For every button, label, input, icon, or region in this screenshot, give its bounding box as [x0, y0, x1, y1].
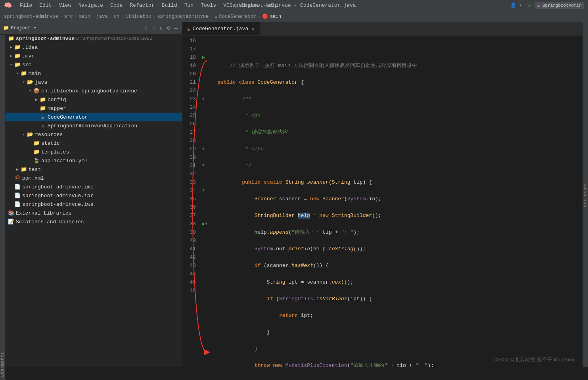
- breadcrumb-codegenerator-label[interactable]: CodeGenerator: [219, 14, 257, 19]
- breadcrumb-src[interactable]: src: [64, 14, 73, 19]
- user-icon[interactable]: 👤 ▾: [510, 2, 522, 8]
- tab-close-btn[interactable]: ✕: [251, 26, 255, 32]
- run-arrow-38[interactable]: ▶: [202, 221, 205, 227]
- springboot-admin-badge: ☕ SpringbootAdmin: [535, 2, 584, 9]
- code-line-30: String ipt = scanner.next();: [217, 278, 582, 286]
- run-arrow-18[interactable]: ▶: [202, 54, 205, 60]
- tree-config[interactable]: ▶ 📁 config: [0, 95, 182, 104]
- breadcrumb-springbootadminvue[interactable]: springbootadminvue: [157, 14, 209, 19]
- gutter-icons: ▶ ▼ ▼ ▼ ▼: [202, 36, 213, 367]
- settings-btn[interactable]: ⚙: [166, 24, 171, 32]
- tree-idea[interactable]: ▶ 📁 .idea: [0, 43, 182, 52]
- tree-mapper[interactable]: 📁 mapper: [0, 104, 182, 113]
- collapsed-arrow-icon: ▶: [33, 96, 40, 103]
- tree-static[interactable]: 📁 static: [0, 139, 182, 148]
- tree-appyml[interactable]: 🍃 application.yml: [0, 156, 182, 165]
- collapsed-arrow-icon: ▶: [8, 44, 14, 50]
- expanded-arrow-icon: ▾: [21, 79, 27, 85]
- code-editor: 16 17 18 19 20 21 22 23 24 25 26 27 28 2…: [182, 36, 582, 367]
- breadcrumb-itbluebox[interactable]: itbluebox: [125, 14, 151, 19]
- menu-build[interactable]: Build: [159, 2, 180, 9]
- structure-label[interactable]: Structure: [583, 182, 588, 207]
- fold-38[interactable]: ▼: [205, 222, 207, 226]
- tree-resources[interactable]: ▾ 📂 resources: [0, 130, 182, 139]
- tree-iml[interactable]: 📄 springboot-adminvue.iml: [0, 182, 182, 191]
- sync-icon[interactable]: ↩: [527, 2, 531, 9]
- tree-codegenerator[interactable]: ☕ CodeGenerator: [0, 113, 182, 121]
- ln-42: 42: [182, 253, 199, 261]
- breadcrumb-main-method-label[interactable]: main: [270, 14, 281, 19]
- menu-file[interactable]: File: [17, 2, 35, 9]
- tree-root[interactable]: ▾ 📁 springboot-adminvue D:\ProgramWorksp…: [0, 34, 182, 43]
- tree-java[interactable]: ▾ 📂 java: [0, 78, 182, 86]
- no-arrow: [33, 123, 40, 129]
- ipr-icon: 📄: [14, 192, 21, 199]
- ln-39: 39: [182, 228, 199, 236]
- tree-scratches[interactable]: ▶ 📝 Scratches and Consoles: [0, 217, 182, 226]
- tree-extlibs[interactable]: ▶ 📚 External Libraries: [0, 209, 182, 217]
- ln-20: 20: [182, 70, 199, 78]
- menu-refactor[interactable]: Refactor: [126, 2, 157, 9]
- menu-navigate[interactable]: Navigate: [75, 2, 106, 9]
- folder-icon: 📁: [14, 61, 21, 68]
- ln-31: 31: [182, 161, 199, 170]
- breadcrumb-main[interactable]: main: [79, 14, 90, 19]
- code-line-17: // 演示例子，执行 main 方法控制台输入模块表名回车自动生成对应项目目录中: [217, 61, 582, 70]
- code-content[interactable]: // 演示例子，执行 main 方法控制台输入模块表名回车自动生成对应项目目录中…: [213, 36, 582, 367]
- ln-36: 36: [182, 203, 199, 211]
- tree-pomxml[interactable]: Ⓜ pom.xml: [0, 174, 182, 182]
- breadcrumb-java[interactable]: java: [96, 14, 108, 19]
- ln-40: 40: [182, 236, 199, 245]
- iml-icon: 📄: [14, 184, 21, 190]
- window-title: springboot-adminvue - CodeGenerator.java: [232, 2, 356, 8]
- tree-templates[interactable]: 📁 templates: [0, 148, 182, 156]
- locate-btn[interactable]: ⊕: [144, 24, 149, 32]
- scratches-icon: 📝: [8, 219, 14, 225]
- code-line-21: * 读取控制台内容: [217, 128, 582, 136]
- menu-edit[interactable]: Edit: [36, 2, 55, 9]
- menu-tools[interactable]: Tools: [197, 2, 219, 9]
- fold-31[interactable]: ▼: [202, 163, 205, 168]
- collapsed-arrow-icon: [27, 140, 33, 146]
- bookmarks-label[interactable]: Bookmarks: [0, 352, 5, 377]
- editor-tab-codegenerator[interactable]: ☕ CodeGenerator.java ✕: [182, 22, 260, 35]
- fold-34[interactable]: ▼: [202, 188, 205, 193]
- folder-icon: 📁: [33, 149, 40, 155]
- fold-29[interactable]: ▼: [202, 147, 205, 151]
- tree-ipr[interactable]: 📄 springboot-adminvue.ipr: [0, 191, 182, 200]
- ln-44: 44: [182, 270, 199, 278]
- breadcrumb-cn[interactable]: cn: [114, 14, 119, 19]
- breadcrumb-main-method[interactable]: 🔴: [262, 13, 268, 19]
- tree-iws[interactable]: 📄 springboot-adminvue.iws: [0, 200, 182, 209]
- ln-32: 32: [182, 170, 199, 178]
- breadcrumb-codegenerator[interactable]: ☕: [215, 13, 217, 19]
- folder-icon: 📁: [21, 166, 27, 173]
- tab-label: CodeGenerator.java: [193, 26, 248, 32]
- fold-23[interactable]: ▼: [202, 97, 205, 101]
- sort-btn[interactable]: ⇅: [159, 24, 164, 32]
- sidebar-title: 📁 Project ▾: [3, 25, 36, 31]
- folder-icon: 📁: [21, 70, 27, 77]
- code-line-18: public class CodeGenerator {: [217, 78, 582, 86]
- menu-run[interactable]: Run: [181, 2, 197, 9]
- ln-35: 35: [182, 195, 199, 203]
- title-bar-controls: 👤 ▾ ↩ ☕ SpringbootAdmin: [510, 2, 584, 9]
- tree-test[interactable]: ▶ 📁 test: [0, 165, 182, 174]
- folder-icon: 📁: [33, 140, 40, 146]
- code-line-24: public static String scanner(String tip)…: [217, 178, 582, 186]
- tree-mvn[interactable]: ▶ 📁 .mvn: [0, 52, 182, 60]
- collapse-all-btn[interactable]: ≡: [151, 25, 157, 32]
- ln-41: 41: [182, 245, 199, 253]
- hide-btn[interactable]: —: [173, 25, 179, 32]
- project-dropdown[interactable]: Project ▾: [11, 25, 36, 31]
- tree-main[interactable]: ▾ 📁 main: [0, 69, 182, 78]
- tree-springbootapp[interactable]: ☕ SpringbootAdminvueApplication: [0, 121, 182, 130]
- menu-code[interactable]: Code: [107, 2, 126, 9]
- ln-18: 18: [182, 53, 199, 61]
- breadcrumb-project[interactable]: springboot-adminvue: [4, 14, 58, 19]
- tree-src[interactable]: ▾ 📁 src: [0, 60, 182, 69]
- menu-view[interactable]: View: [56, 2, 74, 9]
- tree-package[interactable]: ▾ 📦 cn.itbluebox.springbootadminvue: [0, 86, 182, 95]
- ln-28: 28: [182, 136, 199, 145]
- ln-30: 30: [182, 153, 199, 161]
